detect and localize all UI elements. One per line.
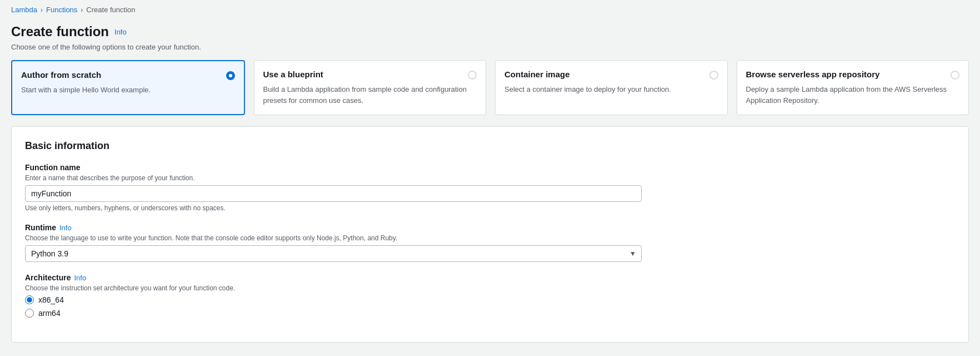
architecture-x86-item[interactable]: x86_64	[25, 295, 955, 304]
runtime-select-wrapper: Node.js 18.x Node.js 16.x Python 3.11 Py…	[25, 245, 642, 262]
section-title: Basic information	[25, 140, 955, 152]
function-name-input[interactable]	[25, 185, 642, 202]
page-header: Create function Info Choose one of the f…	[0, 19, 980, 60]
architecture-arm64-label: arm64	[38, 309, 61, 318]
option-card-desc-2: Select a container image to deploy for y…	[504, 84, 718, 95]
option-card-title-2: Container image	[504, 70, 570, 79]
architecture-info-link[interactable]: Info	[74, 274, 86, 282]
option-card-author-from-scratch[interactable]: Author from scratch Start with a simple …	[11, 60, 245, 115]
runtime-select[interactable]: Node.js 18.x Node.js 16.x Python 3.11 Py…	[25, 245, 642, 262]
architecture-x86-label: x86_64	[38, 295, 64, 304]
architecture-group: Architecture Info Choose the instruction…	[25, 273, 955, 318]
breadcrumb-sep-2: ›	[81, 6, 83, 14]
breadcrumb-lambda[interactable]: Lambda	[11, 6, 37, 14]
architecture-arm64-radio[interactable]	[25, 309, 34, 318]
option-card-desc-1: Build a Lambda application from sample c…	[263, 84, 477, 106]
page-subtitle: Choose one of the following options to c…	[11, 43, 969, 51]
runtime-info-link[interactable]: Info	[59, 224, 72, 232]
option-card-title-1: Use a blueprint	[263, 70, 323, 79]
runtime-hint: Choose the language to use to write your…	[25, 234, 955, 242]
page-info-link[interactable]: Info	[114, 28, 127, 36]
option-card-title-3: Browse serverless app repository	[746, 70, 880, 79]
function-name-group: Function name Enter a name that describe…	[25, 163, 955, 212]
option-radio-0[interactable]	[226, 71, 235, 80]
breadcrumb-current: Create function	[86, 6, 135, 14]
option-card-serverless-repo[interactable]: Browse serverless app repository Deploy …	[737, 60, 969, 115]
page-title: Create function	[11, 24, 109, 39]
option-card-title-0: Author from scratch	[21, 70, 101, 80]
architecture-radio-group: x86_64 arm64	[25, 295, 955, 318]
function-name-note: Use only letters, numbers, hyphens, or u…	[25, 204, 955, 212]
option-card-container-image[interactable]: Container image Select a container image…	[495, 60, 728, 115]
option-card-desc-0: Start with a simple Hello World example.	[21, 85, 235, 96]
option-card-desc-3: Deploy a sample Lambda application from …	[746, 84, 960, 106]
option-radio-2[interactable]	[709, 71, 718, 80]
breadcrumb-sep-1: ›	[41, 6, 43, 14]
breadcrumb-functions[interactable]: Functions	[46, 6, 77, 14]
architecture-hint: Choose the instruction set architecture …	[25, 284, 955, 292]
option-radio-3[interactable]	[951, 71, 959, 80]
option-radio-1[interactable]	[468, 71, 477, 80]
breadcrumb: Lambda › Functions › Create function	[0, 0, 980, 19]
architecture-x86-radio[interactable]	[25, 295, 34, 304]
runtime-label: Runtime	[25, 223, 56, 232]
function-name-hint: Enter a name that describes the purpose …	[25, 174, 955, 182]
option-cards-container: Author from scratch Start with a simple …	[0, 60, 980, 126]
architecture-arm64-item[interactable]: arm64	[25, 309, 955, 318]
runtime-group: Runtime Info Choose the language to use …	[25, 223, 955, 262]
architecture-label: Architecture	[25, 273, 71, 282]
option-card-use-blueprint[interactable]: Use a blueprint Build a Lambda applicati…	[254, 60, 487, 115]
basic-information-panel: Basic information Function name Enter a …	[11, 126, 969, 343]
function-name-label: Function name	[25, 163, 81, 172]
